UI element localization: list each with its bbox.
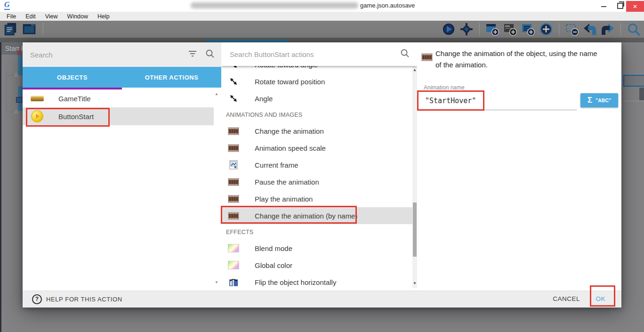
action-detail-panel: Change the animation of the object, usin… — [417, 42, 621, 291]
toolbar-left-group — [3, 21, 46, 36]
scroll-up-arrow[interactable]: ▲ — [215, 92, 218, 96]
game-title-thumbnail-icon — [29, 96, 45, 101]
scrollbar-thumb[interactable] — [413, 202, 417, 257]
action-item[interactable]: Rotate toward position — [221, 73, 412, 90]
action-item[interactable]: Flip the object horizontally — [221, 274, 412, 288]
action-item[interactable]: Current frame — [221, 156, 412, 173]
event-tree-line — [6, 71, 7, 112]
scroll-down-arrow[interactable]: ▼ — [413, 282, 417, 285]
close-button[interactable]: ✕ — [626, 1, 644, 12]
dialog-footer: ? HELP FOR THIS ACTION CANCEL OK — [23, 291, 621, 308]
actions-search-input[interactable] — [229, 50, 400, 59]
section-header: ANIMATIONS AND IMAGES — [226, 107, 302, 122]
toolbar-separator — [479, 23, 480, 35]
project-manager-icon[interactable] — [3, 21, 18, 36]
restore-button[interactable] — [617, 3, 623, 9]
remove-event-icon[interactable] — [564, 22, 580, 37]
tab-other-actions[interactable]: OTHER ACTIONS — [122, 67, 221, 88]
field-label: Animation name — [424, 84, 465, 91]
minimize-button[interactable] — [601, 6, 606, 7]
menu-view[interactable]: View — [40, 13, 63, 20]
object-item-gametitle[interactable]: GameTitle — [23, 89, 214, 107]
action-item[interactable]: Blend mode — [221, 240, 412, 257]
frame-page-icon — [227, 160, 240, 170]
add-subevent-icon[interactable] — [521, 22, 536, 37]
action-item[interactable]: Animation speed scale — [221, 139, 412, 156]
sigma-icon: Σ — [588, 96, 592, 105]
tab-objects[interactable]: OBJECTS — [23, 67, 122, 88]
scroll-up-arrow[interactable]: ▲ — [413, 68, 417, 72]
film-strip-icon — [227, 195, 240, 203]
action-item[interactable]: Play the animation — [221, 190, 412, 207]
section-header: EFFECTS — [226, 224, 253, 240]
annotation-box-change-animation-by-name — [221, 206, 357, 224]
window-title: game.json.autosave — [360, 2, 415, 9]
event-tree-line — [6, 75, 14, 76]
menu-help[interactable]: Help — [93, 13, 114, 20]
search-icon[interactable] — [400, 49, 410, 60]
action-item[interactable]: Angle — [221, 90, 412, 107]
rotate-arrow-icon — [227, 77, 240, 86]
add-comment-icon[interactable] — [503, 22, 518, 37]
add-circle-icon[interactable] — [539, 22, 554, 37]
actions-search-bar — [221, 42, 417, 66]
scene-editor-icon[interactable] — [22, 21, 37, 36]
gdevelop-logo-icon: G — [4, 0, 10, 10]
toolbar-right-group — [441, 22, 641, 37]
event-icon — [17, 50, 21, 55]
annotation-box-buttonstart — [26, 108, 110, 127]
search-icon[interactable] — [626, 22, 641, 37]
toolbar-separator — [43, 23, 43, 35]
debug-icon[interactable] — [459, 22, 474, 37]
play-preview-icon[interactable] — [441, 22, 456, 37]
add-event-icon[interactable] — [485, 22, 500, 37]
window-left-edge — [0, 42, 1, 332]
scene-tab-band — [0, 38, 644, 42]
background-divider — [622, 101, 644, 101]
event-text: A — [14, 72, 18, 79]
app-window: G game.json.autosave ✕ FileEditViewWindo… — [0, 0, 644, 332]
objects-tabs: OBJECTS OTHER ACTIONS — [23, 67, 221, 88]
objects-search-input[interactable] — [29, 50, 188, 59]
background-panel-fragment — [639, 88, 644, 100]
film-strip-icon — [227, 144, 240, 152]
menu-edit[interactable]: Edit — [21, 13, 40, 20]
event-text: A — [14, 108, 18, 115]
background-input — [623, 75, 644, 87]
menu-file[interactable]: File — [2, 13, 21, 20]
film-strip-icon — [421, 53, 433, 63]
action-item[interactable]: Global color — [221, 257, 412, 274]
menu-window[interactable]: Window — [63, 13, 93, 20]
action-item[interactable]: Change the animation — [221, 122, 412, 139]
annotation-box-animation-name-value — [417, 90, 484, 111]
action-editor-dialog: GameTitle ButtonStart ▲ ▼ OBJECTS OTHER … — [23, 42, 621, 308]
help-icon[interactable]: ? — [32, 294, 42, 304]
rotate-arrow-icon — [227, 94, 240, 103]
search-icon[interactable] — [205, 49, 215, 60]
event-condition-bar — [18, 53, 23, 75]
filter-icon[interactable] — [188, 50, 197, 59]
toolbar-separator — [620, 23, 621, 35]
rainbow-icon — [227, 244, 240, 252]
menu-bar: FileEditViewWindowHelp — [0, 12, 644, 21]
action-description: Change the animation of the object, usin… — [435, 48, 599, 71]
objects-search-bar — [23, 42, 221, 67]
film-strip-icon — [227, 127, 240, 135]
expression-editor-button[interactable]: Σ "ABC" — [580, 93, 618, 107]
actions-panel: Rotate toward angleRotate toward positio… — [221, 42, 417, 288]
event-icon — [16, 97, 23, 103]
film-strip-icon — [227, 178, 240, 186]
scroll-down-arrow[interactable]: ▼ — [215, 281, 218, 284]
action-item[interactable]: Pause the animation — [221, 173, 412, 190]
blurred-title-path — [191, 2, 358, 8]
flip-icon — [227, 278, 240, 287]
undo-icon[interactable] — [582, 22, 597, 37]
help-link[interactable]: HELP FOR THIS ACTION — [46, 296, 122, 303]
toolbar-separator — [559, 23, 559, 35]
annotation-box-ok-button — [590, 285, 615, 307]
redo-icon[interactable] — [600, 22, 615, 37]
title-bar: G game.json.autosave ✕ — [0, 0, 644, 12]
rainbow-icon — [227, 261, 240, 269]
cancel-button[interactable]: CANCEL — [553, 295, 580, 302]
active-tab-underline — [23, 88, 122, 89]
